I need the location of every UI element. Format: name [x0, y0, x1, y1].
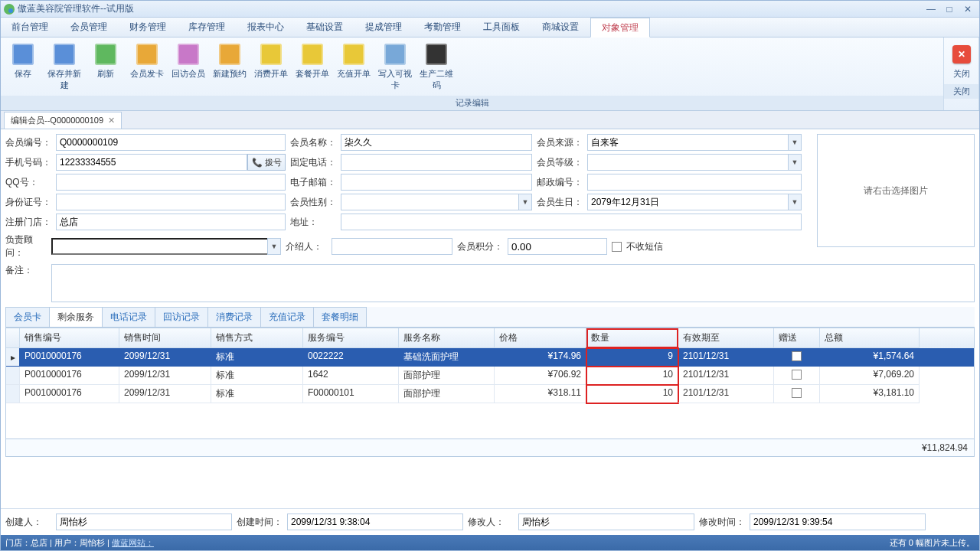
dial-button[interactable]: 📞拨号 — [247, 154, 286, 171]
birthday-input[interactable] — [587, 194, 788, 210]
qty-cell[interactable]: 9 — [586, 348, 678, 367]
close-button[interactable]: ✕ 关闭 — [946, 39, 977, 83]
gift-checkbox[interactable] — [792, 351, 802, 361]
table-row[interactable]: ▸P00100001762099/12/31标准0022222基础洗面护理¥17… — [6, 348, 974, 367]
close-window-button[interactable]: ✕ — [959, 3, 976, 15]
label-birthday: 会员生日： — [537, 196, 583, 209]
dropdown-icon[interactable]: ▼ — [267, 238, 281, 255]
create-time-input — [287, 514, 463, 530]
label-create-time: 创建时间： — [237, 516, 283, 529]
grand-total: ¥11,824.94 — [5, 439, 975, 457]
minimize-button[interactable]: — — [923, 3, 939, 15]
sub-tab[interactable]: 充值记录 — [260, 307, 314, 327]
ribbon-button[interactable]: 消费开单 — [250, 39, 292, 94]
window-title: 傲蓝美容院管理软件--试用版 — [18, 2, 923, 15]
points-input[interactable] — [508, 238, 607, 255]
dropdown-icon[interactable]: ▼ — [788, 194, 802, 210]
column-header[interactable]: 赠送 — [774, 328, 820, 348]
menu-item[interactable]: 对象管理 — [590, 18, 650, 37]
ribbon-button[interactable]: 保存 — [2, 39, 44, 94]
fixed-phone-input[interactable] — [341, 154, 532, 171]
idcard-input[interactable] — [56, 194, 286, 210]
column-header[interactable]: 服务名称 — [399, 328, 495, 348]
document-tab[interactable]: 编辑会员--Q0000000109 ✕ — [4, 112, 122, 129]
reg-store-input[interactable] — [56, 214, 286, 230]
menu-item[interactable]: 报表中心 — [237, 18, 296, 37]
gift-checkbox[interactable] — [792, 370, 802, 380]
menu-item[interactable]: 会员管理 — [60, 18, 119, 37]
email-input[interactable] — [341, 174, 532, 191]
column-header[interactable]: 价格 — [495, 328, 586, 348]
ribbon-button[interactable]: 回访会员 — [168, 39, 209, 94]
column-header[interactable]: 有效期至 — [678, 328, 774, 348]
column-header[interactable]: 总额 — [820, 328, 920, 348]
menu-item[interactable]: 基础设置 — [296, 18, 354, 37]
member-source-input[interactable] — [587, 134, 788, 151]
ribbon-button[interactable]: 充值开单 — [333, 39, 374, 94]
status-site-link[interactable]: 傲蓝网站： — [112, 538, 154, 547]
consultant-input[interactable] — [51, 238, 267, 255]
ribbon-button[interactable]: 刷新 — [85, 39, 126, 94]
referrer-input[interactable] — [332, 238, 452, 255]
menu-item[interactable]: 商城设置 — [531, 18, 590, 37]
sub-tab[interactable]: 电话记录 — [102, 307, 155, 327]
ribbon-button[interactable]: 生产二维码 — [416, 39, 457, 94]
maximize-button[interactable]: □ — [941, 3, 958, 15]
member-level-input[interactable] — [587, 154, 788, 171]
column-header[interactable]: 服务编号 — [303, 328, 399, 348]
dropdown-icon[interactable]: ▼ — [518, 194, 532, 210]
column-header[interactable]: 数量 — [586, 328, 678, 348]
ribbon-button[interactable]: 会员发卡 — [126, 39, 168, 94]
sub-tab[interactable]: 消费记录 — [207, 307, 261, 327]
qty-cell[interactable]: 10 — [586, 385, 678, 403]
menu-item[interactable]: 提成管理 — [354, 18, 413, 37]
ribbon-icon — [178, 44, 199, 65]
postcode-input[interactable] — [587, 174, 802, 191]
close-tab-icon[interactable]: ✕ — [108, 116, 115, 126]
ribbon-button[interactable]: 保存并新建 — [44, 39, 85, 94]
table-row[interactable]: P00100001762099/12/31标准F00000101面部护理¥318… — [6, 385, 974, 403]
row-marker — [6, 367, 20, 385]
member-no-input[interactable] — [56, 134, 286, 151]
ribbon-icon — [54, 44, 75, 65]
menu-item[interactable]: 财务管理 — [119, 18, 178, 37]
address-input[interactable] — [341, 214, 802, 230]
sub-tab[interactable]: 套餐明细 — [313, 307, 367, 327]
table-row[interactable]: P00100001762099/12/31标准1642面部护理¥706.9210… — [6, 367, 974, 385]
label-postcode: 邮政编号： — [537, 176, 583, 189]
remark-textarea[interactable] — [51, 264, 975, 302]
ribbon-close-group-label: 关闭 — [944, 84, 978, 99]
sub-tab[interactable]: 会员卡 — [5, 307, 50, 327]
menu-item[interactable]: 库存管理 — [178, 18, 237, 37]
qq-input[interactable] — [56, 174, 286, 191]
gender-input[interactable] — [341, 194, 518, 210]
row-marker-header — [6, 328, 20, 348]
label-qq: QQ号： — [5, 176, 51, 189]
column-header[interactable]: 销售时间 — [119, 328, 211, 348]
menu-item[interactable]: 考勤管理 — [413, 18, 472, 37]
no-sms-checkbox[interactable] — [612, 242, 622, 252]
member-name-input[interactable] — [341, 134, 532, 151]
row-marker: ▸ — [6, 348, 20, 367]
dropdown-icon[interactable]: ▼ — [788, 134, 802, 151]
menu-item[interactable]: 前台管理 — [1, 18, 60, 37]
ribbon-button[interactable]: 写入可视卡 — [374, 39, 416, 94]
column-header[interactable]: 销售方式 — [211, 328, 303, 348]
qty-cell[interactable]: 10 — [586, 367, 678, 385]
menu-item[interactable]: 工具面板 — [472, 18, 531, 37]
sub-tab[interactable]: 剩余服务 — [49, 307, 103, 327]
phone-input[interactable] — [56, 154, 247, 171]
gift-checkbox[interactable] — [792, 388, 802, 398]
dropdown-icon[interactable]: ▼ — [788, 154, 802, 171]
label-member-source: 会员来源： — [537, 136, 583, 149]
ribbon-button[interactable]: 套餐开单 — [292, 39, 333, 94]
label-gender: 会员性别： — [290, 196, 336, 209]
sub-tab[interactable]: 回访记录 — [155, 307, 208, 327]
column-header[interactable]: 销售编号 — [20, 328, 119, 348]
ribbon-icon — [95, 44, 116, 65]
ribbon-button[interactable]: 新建预约 — [209, 39, 250, 94]
label-reg-store: 注册门店： — [5, 216, 51, 229]
label-address: 地址： — [290, 216, 336, 229]
photo-placeholder[interactable]: 请右击选择图片 — [817, 134, 975, 247]
creator-input — [56, 514, 232, 530]
